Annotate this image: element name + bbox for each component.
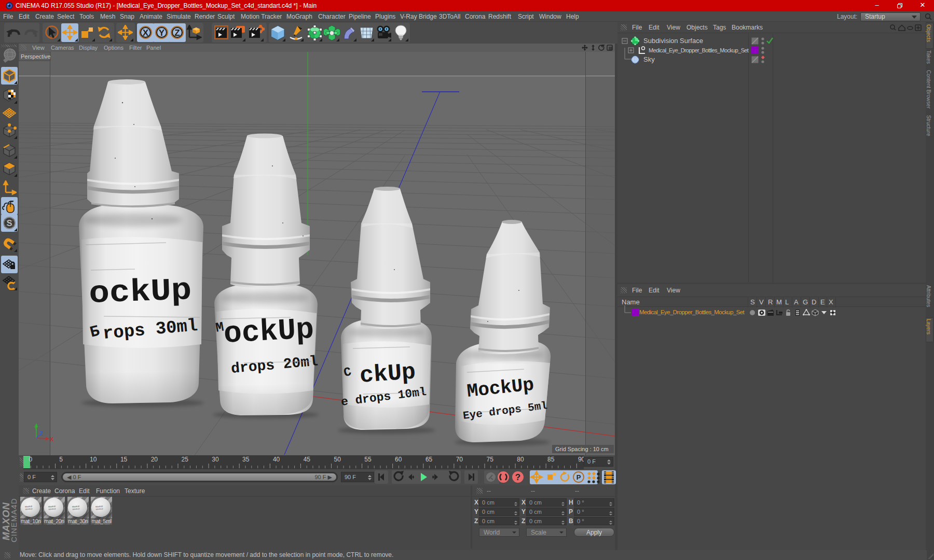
svg-text:10: 10 (90, 456, 97, 463)
svg-text:Grid Spacing : 10 cm: Grid Spacing : 10 cm (555, 446, 609, 452)
svg-text:75: 75 (487, 456, 494, 463)
svg-text:90: 90 (578, 456, 584, 463)
svg-text:80: 80 (517, 456, 524, 463)
svg-text:?: ? (515, 472, 520, 482)
svg-text:45: 45 (304, 456, 311, 463)
svg-text:ockUp: ockUp (88, 273, 192, 312)
svg-text:85: 85 (547, 456, 555, 463)
svg-text:S: S (7, 219, 12, 228)
svg-text:Z: Z (39, 430, 43, 437)
svg-text:70: 70 (456, 456, 463, 463)
svg-text:Perspective: Perspective (21, 53, 50, 60)
svg-text:60: 60 (395, 456, 402, 463)
svg-text:P: P (576, 473, 581, 481)
svg-text:50: 50 (334, 456, 341, 463)
svg-text:65: 65 (425, 456, 433, 463)
svg-text:40: 40 (273, 456, 280, 463)
svg-text:5: 5 (59, 456, 63, 463)
svg-text:Y: Y (159, 28, 165, 38)
svg-text:X: X (50, 436, 54, 442)
svg-text:Z: Z (174, 28, 180, 38)
svg-text:X: X (143, 28, 149, 38)
svg-text:25: 25 (182, 456, 189, 463)
svg-text:Y: Y (34, 425, 38, 431)
svg-text:0: 0 (29, 456, 33, 463)
svg-text:35: 35 (242, 456, 250, 463)
svg-text:30: 30 (212, 456, 219, 463)
svg-text:55: 55 (364, 456, 372, 463)
svg-text:15: 15 (120, 456, 128, 463)
svg-text:20: 20 (151, 456, 158, 463)
svg-text:ckUp: ckUp (359, 359, 416, 389)
